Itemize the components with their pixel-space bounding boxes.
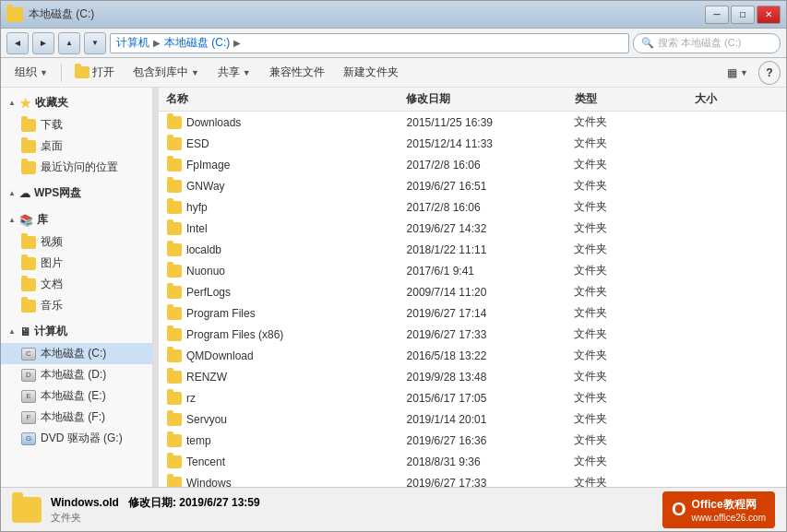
- file-type-cell: 文件夹: [574, 136, 694, 151]
- wps-text-block: Office教程网 www.office26.com: [692, 497, 766, 523]
- minimize-button[interactable]: ─: [705, 6, 729, 24]
- table-row[interactable]: Servyou2019/1/14 20:01文件夹: [159, 408, 786, 430]
- library-arrow: ▲: [8, 216, 16, 224]
- favorites-header[interactable]: ▲ ★ 收藏夹: [1, 91, 152, 114]
- include-library-button[interactable]: 包含到库中 ▼: [125, 61, 208, 85]
- dvd-label: DVD 驱动器 (G:): [41, 431, 123, 446]
- compatibility-button[interactable]: 兼容性文件: [261, 61, 333, 85]
- table-row[interactable]: PerfLogs2009/7/14 11:20文件夹: [159, 281, 786, 302]
- file-name-cell: rz: [167, 392, 407, 405]
- download-label: 下载: [41, 117, 63, 133]
- library-icon: 📚: [19, 214, 33, 227]
- file-name-cell: PerfLogs: [167, 286, 407, 299]
- file-date-cell: 2018/1/22 11:11: [407, 243, 575, 256]
- sidebar-item-music[interactable]: 音乐: [1, 295, 152, 316]
- table-row[interactable]: GNWay2019/6/27 16:51文件夹: [159, 175, 786, 196]
- share-button[interactable]: 共享 ▼: [209, 61, 259, 85]
- drive-e-label: 本地磁盘 (E:): [41, 388, 106, 404]
- library-header[interactable]: ▲ 📚 库: [1, 208, 152, 231]
- breadcrumb-drive[interactable]: 本地磁盘 (C:): [164, 35, 230, 51]
- open-button[interactable]: 打开: [66, 61, 123, 85]
- search-icon: 🔍: [641, 37, 654, 49]
- back-button[interactable]: ◄: [6, 32, 29, 54]
- col-type[interactable]: 类型: [575, 91, 695, 107]
- search-box[interactable]: 🔍 搜索 本地磁盘 (C:): [633, 33, 781, 53]
- sidebar-item-dvd[interactable]: G DVD 驱动器 (G:): [1, 428, 152, 449]
- file-name-text: Servyou: [186, 413, 227, 426]
- wps-arrow: ▲: [8, 189, 16, 197]
- file-name-cell: Nuonuo: [167, 265, 407, 278]
- table-row[interactable]: RENZW2019/9/28 13:48文件夹: [159, 366, 786, 387]
- share-label: 共享: [218, 65, 240, 80]
- organize-button[interactable]: 组织 ▼: [6, 61, 56, 85]
- new-folder-button[interactable]: 新建文件夹: [335, 61, 407, 85]
- file-type-cell: 文件夹: [574, 199, 694, 215]
- doc-label: 文档: [41, 277, 63, 292]
- table-row[interactable]: temp2019/6/27 16:36文件夹: [159, 430, 786, 451]
- computer-icon: 🖥: [19, 325, 30, 338]
- folder-icon: [167, 371, 182, 384]
- status-bar: Windows.old 修改日期: 2019/6/27 13:59 文件夹 O …: [1, 487, 786, 531]
- recent-locations-button[interactable]: ▼: [84, 32, 106, 54]
- table-row[interactable]: Program Files2019/6/27 17:14文件夹: [159, 302, 786, 324]
- content-area: 名称 修改日期 类型 大小 Downloads2015/11/25 16:39文…: [159, 88, 786, 487]
- forward-button[interactable]: ►: [32, 32, 54, 54]
- file-name-text: FpImage: [186, 159, 230, 171]
- file-name-cell: Windows: [167, 477, 407, 488]
- wps-cloud-icon: ☁: [19, 187, 30, 200]
- table-row[interactable]: Windows2019/6/27 17:33文件夹: [159, 472, 786, 487]
- file-date-cell: 2019/6/27 17:14: [407, 307, 575, 320]
- table-row[interactable]: ESD2015/12/14 11:33文件夹: [159, 133, 786, 154]
- help-button[interactable]: ?: [758, 61, 781, 85]
- file-date-cell: 2017/2/8 16:06: [407, 159, 575, 171]
- folder-icon: [167, 180, 182, 193]
- sidebar-item-recent[interactable]: 最近访问的位置: [1, 157, 152, 178]
- sidebar-item-desktop[interactable]: 桌面: [1, 136, 152, 157]
- file-name-text: QMDownload: [186, 349, 254, 362]
- include-library-dropdown-icon: ▼: [191, 68, 199, 77]
- table-row[interactable]: hyfp2017/2/8 16:06文件夹: [159, 196, 786, 218]
- close-button[interactable]: ✕: [757, 6, 781, 24]
- sidebar-item-drive-f[interactable]: F 本地磁盘 (F:): [1, 407, 152, 428]
- folder-icon: [167, 349, 182, 362]
- organize-label: 组织: [15, 65, 37, 80]
- desktop-folder-icon: [21, 140, 36, 153]
- address-breadcrumb[interactable]: 计算机 ▶ 本地磁盘 (C:) ▶: [110, 33, 629, 53]
- maximize-button[interactable]: □: [731, 6, 755, 24]
- view-button[interactable]: ▦ ▼: [719, 61, 757, 85]
- music-label: 音乐: [41, 298, 63, 313]
- computer-header[interactable]: ▲ 🖥 计算机: [1, 320, 152, 343]
- sidebar-item-drive-e[interactable]: E 本地磁盘 (E:): [1, 385, 152, 407]
- table-row[interactable]: Tencent2018/8/31 9:36文件夹: [159, 451, 786, 472]
- file-name-text: PerfLogs: [186, 286, 231, 299]
- column-headers: 名称 修改日期 类型 大小: [159, 88, 786, 112]
- table-row[interactable]: FpImage2017/2/8 16:06文件夹: [159, 154, 786, 175]
- col-date[interactable]: 修改日期: [406, 91, 574, 107]
- table-row[interactable]: Downloads2015/11/25 16:39文件夹: [159, 112, 786, 133]
- col-size[interactable]: 大小: [695, 91, 779, 107]
- sidebar-item-picture[interactable]: 图片: [1, 253, 152, 274]
- sidebar-item-video[interactable]: 视频: [1, 231, 152, 253]
- breadcrumb-computer[interactable]: 计算机: [116, 35, 149, 51]
- wps-header[interactable]: ▲ ☁ WPS网盘: [1, 182, 152, 205]
- desktop-label: 桌面: [41, 138, 63, 154]
- download-folder-icon: [21, 119, 36, 132]
- file-type-cell: 文件夹: [574, 454, 694, 469]
- table-row[interactable]: rz2015/6/17 17:05文件夹: [159, 387, 786, 408]
- include-library-label: 包含到库中: [133, 65, 188, 80]
- sidebar-item-drive-d[interactable]: D 本地磁盘 (D:): [1, 364, 152, 385]
- up-button[interactable]: ▲: [58, 32, 80, 54]
- sidebar-item-doc[interactable]: 文档: [1, 274, 152, 295]
- sidebar-item-drive-c[interactable]: C 本地磁盘 (C:): [1, 343, 152, 364]
- file-date-cell: 2019/6/27 14:32: [407, 222, 575, 235]
- file-type-cell: 文件夹: [574, 305, 694, 321]
- table-row[interactable]: Program Files (x86)2019/6/27 17:33文件夹: [159, 324, 786, 345]
- sidebar-item-download[interactable]: 下载: [1, 114, 152, 136]
- table-row[interactable]: localdb2018/1/22 11:11文件夹: [159, 239, 786, 260]
- recent-label: 最近访问的位置: [41, 160, 118, 175]
- table-row[interactable]: Intel2019/6/27 14:32文件夹: [159, 218, 786, 239]
- table-row[interactable]: QMDownload2016/5/18 13:22文件夹: [159, 345, 786, 366]
- col-name[interactable]: 名称: [166, 91, 406, 107]
- table-row[interactable]: Nuonuo2017/6/1 9:41文件夹: [159, 260, 786, 281]
- file-name-cell: Intel: [167, 222, 407, 235]
